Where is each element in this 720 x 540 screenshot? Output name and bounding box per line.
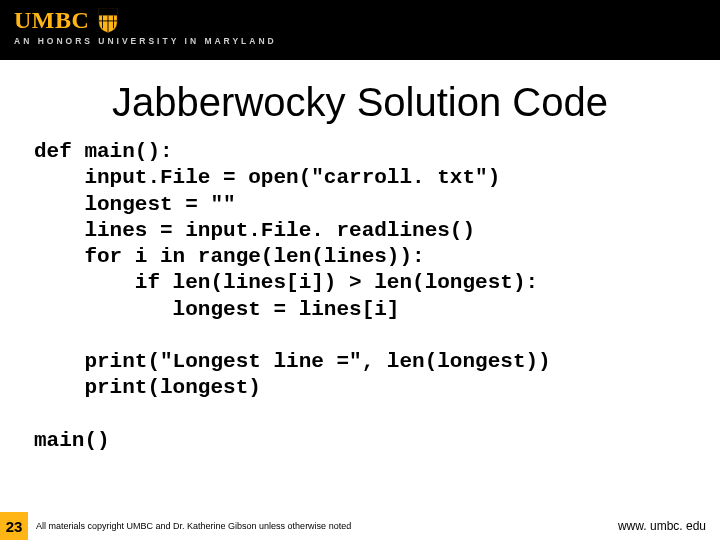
shield-icon [97,6,119,34]
copyright-text: All materials copyright UMBC and Dr. Kat… [36,521,618,531]
header-bar: UMBC AN HONORS UNIVERSITY IN MARYLAND [0,0,720,60]
logo: UMBC [14,6,706,34]
slide: UMBC AN HONORS UNIVERSITY IN MARYLAND Ja… [0,0,720,540]
slide-number: 23 [0,512,28,540]
slide-title: Jabberwocky Solution Code [0,80,720,125]
code-area: def main(): input.File = open("carroll. … [0,139,720,512]
logo-text: UMBC [14,7,89,34]
footer: 23 All materials copyright UMBC and Dr. … [0,512,720,540]
code-block: def main(): input.File = open("carroll. … [34,139,686,454]
tagline: AN HONORS UNIVERSITY IN MARYLAND [14,36,706,46]
footer-url: www. umbc. edu [618,519,706,533]
